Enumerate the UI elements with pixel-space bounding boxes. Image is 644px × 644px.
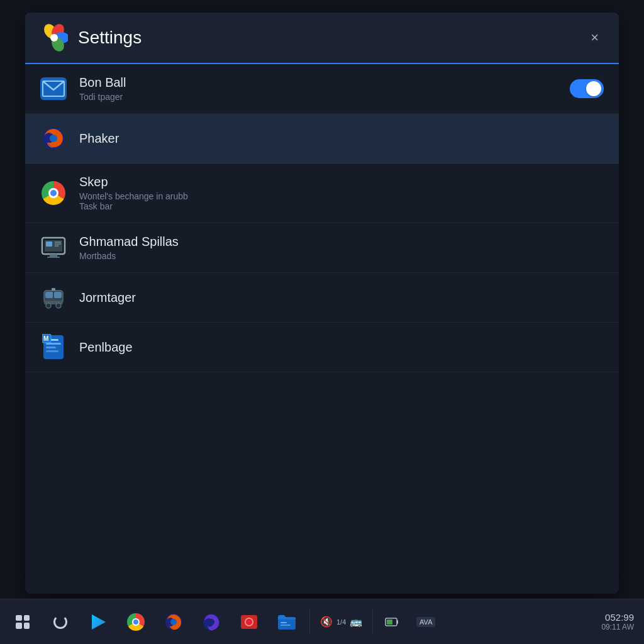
settings-window: Settings × Bon Ball Todi tpager	[25, 13, 619, 594]
svg-point-33	[170, 619, 177, 625]
phaker-name: Phaker	[79, 131, 604, 146]
svg-point-8	[50, 135, 57, 142]
svg-rect-40	[280, 622, 287, 623]
clock-time: 052:99	[601, 612, 634, 623]
ghmamad-icon	[40, 235, 67, 261]
clock-date: 09:11 AW	[601, 623, 634, 631]
bon-ball-name: Bon Ball	[79, 75, 557, 90]
svg-point-38	[247, 620, 251, 624]
ava-button[interactable]: AVA	[408, 604, 443, 640]
list-item-jormtager[interactable]: Jormtager	[25, 273, 619, 323]
skep-text: Skep Wontel's bechange in arubb Task bar	[79, 175, 604, 211]
taskbar: 🔇 1/4 🚌 AVA 052:99 09:11 AW	[0, 599, 644, 644]
list-item-skep[interactable]: Skep Wontel's bechange in arubb Task bar	[25, 164, 619, 223]
svg-rect-19	[54, 292, 62, 298]
mute-icon: 🔇	[320, 616, 333, 628]
play-store-button[interactable]	[80, 604, 116, 640]
jormtager-text: Jormtager	[79, 291, 604, 305]
svg-rect-43	[397, 620, 398, 624]
phaker-text: Phaker	[79, 131, 604, 146]
svg-point-4	[50, 34, 58, 42]
j-browser-button[interactable]	[194, 604, 229, 640]
j-browser-icon	[202, 613, 221, 631]
firefox-button[interactable]	[156, 604, 191, 640]
phaker-icon	[40, 125, 67, 152]
battery-button[interactable]	[378, 604, 406, 640]
transport-icon: 🚌	[350, 616, 362, 628]
list-item-bon-ball[interactable]: Bon Ball Todi tpager	[25, 64, 619, 114]
svg-point-35	[208, 619, 214, 625]
list-item-penlbage[interactable]: M Penlbage	[25, 323, 619, 372]
settings-header: Settings ×	[25, 13, 619, 64]
svg-rect-11	[50, 254, 57, 257]
settings-list: Bon Ball Todi tpager	[25, 64, 619, 372]
skep-sub: Wontel's bechange in arubb Task bar	[79, 191, 604, 211]
chrome-button[interactable]	[118, 604, 153, 640]
chrome-icon	[127, 613, 145, 631]
close-button[interactable]: ×	[586, 27, 604, 48]
taskbar-divider-2	[372, 609, 373, 635]
ava-label: AVA	[416, 617, 435, 627]
svg-text:M: M	[43, 335, 48, 342]
header-title: Settings	[78, 28, 575, 48]
apps-button[interactable]	[5, 604, 40, 640]
ghmamad-name: Ghmamad Spillas	[79, 235, 604, 249]
task-indicator: 1/4	[336, 618, 346, 626]
ghmamad-text: Ghmamad Spillas Mortbads	[79, 235, 604, 261]
play-store-icon	[89, 613, 107, 631]
list-item-ghmamad[interactable]: Ghmamad Spillas Mortbads	[25, 223, 619, 273]
app-logo	[40, 24, 68, 52]
svg-point-21	[46, 303, 51, 308]
list-item-phaker[interactable]: Phaker	[25, 114, 619, 164]
bon-ball-icon	[40, 75, 67, 102]
jormtager-icon	[40, 284, 67, 311]
jormtager-name: Jormtager	[79, 291, 604, 305]
bon-ball-text: Bon Ball Todi tpager	[79, 75, 557, 102]
files-button[interactable]	[269, 604, 304, 640]
grid-icon	[16, 615, 30, 629]
penlbage-icon: M	[40, 334, 67, 360]
firefox-icon	[164, 613, 183, 631]
system-tray: 🔇 1/4 🚌	[315, 616, 367, 628]
svg-rect-41	[280, 625, 291, 626]
svg-rect-13	[46, 242, 52, 247]
svg-point-22	[56, 303, 61, 308]
skep-name: Skep	[79, 175, 604, 189]
toggle-knob	[586, 81, 601, 96]
recording-button[interactable]	[231, 604, 267, 640]
taskbar-divider-1	[309, 609, 310, 635]
taskbar-clock: 052:99 09:11 AW	[601, 612, 639, 631]
ghmamad-sub: Mortbads	[79, 251, 604, 261]
svg-rect-44	[387, 619, 392, 625]
penlbage-name: Penlbage	[79, 340, 604, 355]
svg-rect-27	[46, 347, 56, 348]
penlbage-text: Penlbage	[79, 340, 604, 355]
bon-ball-toggle[interactable]	[570, 79, 604, 98]
refresh-icon	[53, 615, 67, 629]
battery-icon	[385, 615, 399, 629]
files-icon	[277, 613, 296, 631]
svg-marker-31	[92, 614, 106, 630]
svg-rect-28	[46, 350, 58, 352]
bon-ball-sub: Todi tpager	[79, 92, 557, 102]
skep-icon	[40, 180, 67, 206]
svg-rect-23	[52, 288, 55, 291]
recording-icon	[240, 614, 258, 630]
svg-rect-18	[45, 292, 53, 298]
refresh-button[interactable]	[43, 604, 78, 640]
screen-wrapper: Settings × Bon Ball Todi tpager	[0, 0, 644, 644]
svg-rect-12	[47, 257, 60, 258]
